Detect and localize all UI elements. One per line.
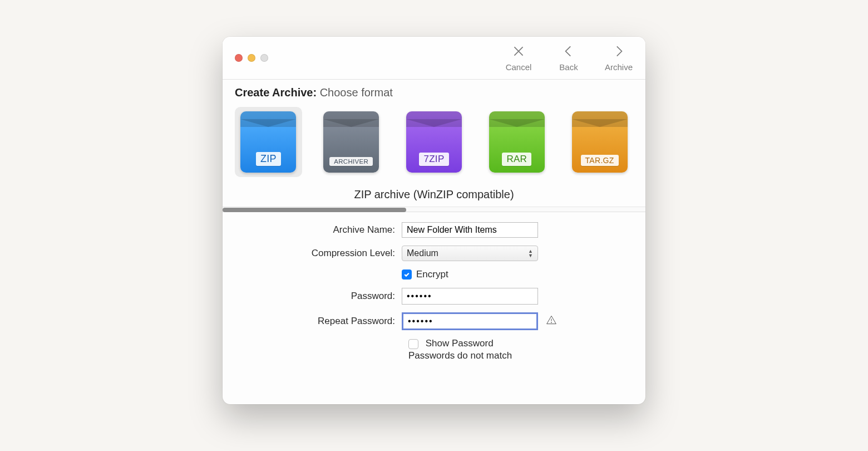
format-option-rar[interactable]: RAR xyxy=(483,107,550,177)
close-window-button[interactable] xyxy=(235,54,243,62)
chevron-right-icon xyxy=(611,44,626,60)
zoom-window-button[interactable] xyxy=(260,54,268,62)
page-heading: Create Archive: Choose format xyxy=(223,80,645,104)
format-option-7zip[interactable]: 7ZIP xyxy=(401,107,468,177)
titlebar: Cancel Back Archive xyxy=(223,37,645,80)
scrollbar-thumb[interactable] xyxy=(223,208,406,212)
archive-name-input[interactable] xyxy=(402,222,538,238)
toolbar-actions: Cancel Back Archive xyxy=(502,44,635,72)
minimize-window-button[interactable] xyxy=(248,54,255,62)
compression-level-select[interactable]: Medium ▲▼ xyxy=(402,246,538,261)
compression-level-value: Medium xyxy=(407,248,438,258)
format-tag: ARCHIVER xyxy=(329,157,373,166)
format-scrollbar[interactable] xyxy=(223,207,645,212)
format-option-archiver[interactable]: ARCHIVER xyxy=(318,107,385,177)
password-input[interactable] xyxy=(402,288,538,305)
show-password-label: Show Password xyxy=(426,338,494,349)
cancel-label: Cancel xyxy=(506,62,532,72)
rar-folder-icon: RAR xyxy=(489,111,545,173)
show-password-checkbox[interactable] xyxy=(408,339,418,349)
back-label: Back xyxy=(559,62,578,72)
back-button[interactable]: Back xyxy=(552,44,585,72)
encrypt-checkbox[interactable] xyxy=(402,269,412,280)
archiver-folder-icon: ARCHIVER xyxy=(323,111,379,173)
format-option-targz[interactable]: TAR.GZ xyxy=(566,107,633,177)
warning-icon xyxy=(546,315,557,329)
archive-form: Archive Name: Compression Level: Medium … xyxy=(223,212,645,368)
window-controls xyxy=(235,54,268,62)
format-description: ZIP archive (WinZIP compatible) xyxy=(223,185,645,207)
password-label: Password: xyxy=(235,291,402,302)
chevron-left-icon xyxy=(561,44,576,60)
zip-folder-icon: ZIP xyxy=(240,111,296,173)
cancel-button[interactable]: Cancel xyxy=(502,44,535,72)
heading-light: Choose format xyxy=(320,86,393,99)
updown-icon: ▲▼ xyxy=(528,249,533,258)
create-archive-window: Cancel Back Archive Create Archive: Choo… xyxy=(223,37,645,404)
format-option-zip[interactable]: ZIP xyxy=(235,107,302,177)
format-tag: 7ZIP xyxy=(419,153,448,166)
x-icon xyxy=(511,44,526,60)
format-tag: TAR.GZ xyxy=(581,155,619,166)
heading-strong: Create Archive: xyxy=(235,86,317,99)
format-list: ZIP ARCHIVER 7ZIP RAR TAR.GZ xyxy=(223,104,645,185)
svg-point-1 xyxy=(551,322,552,322)
archive-button[interactable]: Archive xyxy=(602,44,635,72)
format-tag: RAR xyxy=(502,153,531,166)
repeat-password-label: Repeat Password: xyxy=(235,316,402,327)
archive-name-label: Archive Name: xyxy=(235,224,402,236)
repeat-password-input[interactable] xyxy=(402,312,538,330)
compression-level-label: Compression Level: xyxy=(235,248,402,259)
targz-folder-icon: TAR.GZ xyxy=(572,111,628,173)
encrypt-label: Encrypt xyxy=(416,269,448,280)
password-mismatch-error: Passwords do not match xyxy=(408,350,633,361)
sevenzip-folder-icon: 7ZIP xyxy=(406,111,462,173)
archive-label: Archive xyxy=(605,62,633,72)
format-tag: ZIP xyxy=(256,152,281,166)
